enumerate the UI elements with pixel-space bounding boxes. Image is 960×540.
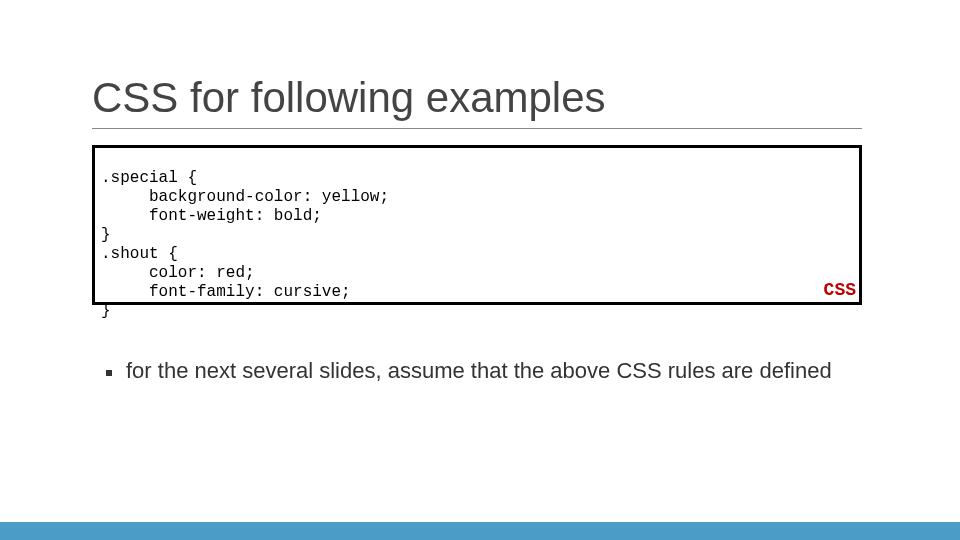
code-line: background-color: yellow; [101,188,389,206]
code-block: .special { background-color: yellow; fon… [92,145,862,305]
code-line: .shout { [101,245,178,263]
code-line: font-weight: bold; [101,207,322,225]
slide: CSS for following examples .special { ba… [0,0,960,540]
code-line: } [101,226,111,244]
slide-title: CSS for following examples [92,74,606,122]
bullet-dot-icon [106,370,112,376]
title-underline [92,128,862,129]
code-line: .special { [101,169,197,187]
code-line: font-family: cursive; [101,283,351,301]
bottom-accent-bar [0,522,960,540]
language-badge: CSS [824,280,856,300]
bullet-item: for the next several slides, assume that… [106,358,832,384]
bullet-text: for the next several slides, assume that… [126,358,832,384]
code-line: } [101,302,111,320]
code-line: color: red; [101,264,255,282]
